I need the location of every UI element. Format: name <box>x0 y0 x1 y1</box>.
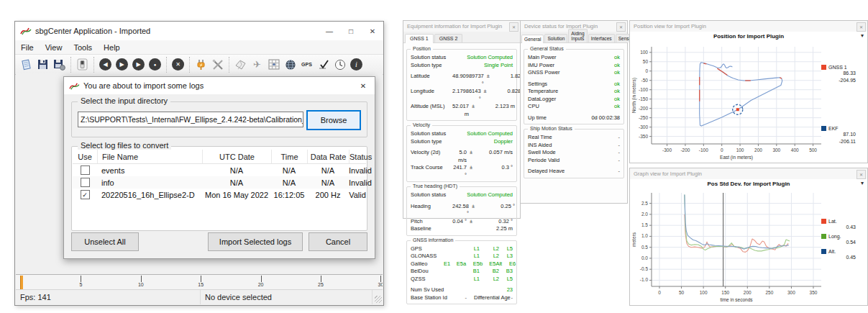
legend-gnss1: GNSS 1 86.33 -204.95 <box>821 65 866 83</box>
timeline-tick-label: 25 <box>318 282 324 287</box>
save-icon[interactable] <box>35 57 51 73</box>
airplane-icon[interactable]: ✈ <box>249 57 265 73</box>
title-bar: sbgCenter Application - Imported — □ ✕ <box>15 22 383 40</box>
position-group: Position Solution statusSolution Compute… <box>406 49 517 121</box>
cancel-button[interactable]: Cancel <box>309 232 367 251</box>
svg-text:-300: -300 <box>639 124 648 130</box>
legend-swatch <box>821 219 826 224</box>
chart-options-caret-icon[interactable]: ▾ <box>861 180 864 186</box>
browse-button[interactable]: Browse <box>306 110 361 130</box>
col-status[interactable]: Status <box>349 150 372 163</box>
directory-input[interactable]: Z:\SUPPORT\Tests\_Internal\FW_Ellipse_2.… <box>78 112 303 127</box>
chart-options-caret-icon[interactable]: ▾ <box>861 32 864 39</box>
panel-close-button[interactable]: ✕ <box>856 22 866 32</box>
window-title: sbgCenter Application - Imported <box>35 27 150 35</box>
utc-date: N/A <box>202 178 271 187</box>
row-checkbox[interactable] <box>81 165 90 175</box>
svg-text:150: 150 <box>721 290 729 295</box>
3d-view-icon[interactable] <box>232 57 249 73</box>
input-directory-group: Select the input directory Z:\SUPPORT\Te… <box>71 101 367 137</box>
tab-solution[interactable]: Solution <box>544 34 567 42</box>
save-as-icon[interactable] <box>51 57 68 73</box>
position-view-panel: Position view for Import Plugin ✕ Positi… <box>629 20 868 163</box>
svg-text:200: 200 <box>754 148 762 153</box>
svg-text:time in seconds: time in seconds <box>720 297 753 302</box>
clock-icon[interactable] <box>332 57 348 73</box>
chart-title: Pos Std Dev. for Import Plugin <box>630 181 867 187</box>
menu-view[interactable]: View <box>40 40 68 54</box>
table-row[interactable]: events N/A N/A N/A Invalid <box>73 164 366 176</box>
tab-interfaces[interactable]: Interfaces <box>588 34 615 42</box>
timeline-ruler[interactable]: 51015202530 <box>16 274 383 290</box>
resize-grip[interactable] <box>375 296 382 303</box>
col-use[interactable]: Use <box>73 150 97 163</box>
device-tabs: General Solution Aiding Inputs Interface… <box>521 32 627 43</box>
unselect-all-button[interactable]: Unselect All <box>71 232 139 251</box>
tab-gnss-2[interactable]: GNSS 2 <box>434 34 463 42</box>
table-row[interactable]: 20220516_16h_Ellipse2-D Mon 16 May 2022 … <box>73 189 366 201</box>
svg-text:0.0: 0.0 <box>641 255 648 260</box>
svg-text:meters: meters <box>631 232 636 247</box>
timeline-tick-label: 20 <box>258 282 264 287</box>
dialog-close-button[interactable]: ✕ <box>352 77 375 94</box>
utc-date: N/A <box>202 166 271 175</box>
svg-text:-300: -300 <box>662 148 672 153</box>
stop-icon[interactable]: ✕ <box>170 57 186 73</box>
svg-text:-0.5: -0.5 <box>640 266 649 271</box>
maximize-button[interactable]: □ <box>340 22 362 40</box>
legend-swatch <box>821 249 826 254</box>
group-label: True heading (HDT) <box>411 183 460 189</box>
globe-icon[interactable] <box>282 57 298 73</box>
map-icon[interactable] <box>265 57 282 73</box>
validate-icon[interactable] <box>315 57 332 73</box>
svg-text:100: 100 <box>700 290 708 295</box>
col-data-rate[interactable]: Data Rate <box>307 150 349 163</box>
svg-text:50: 50 <box>679 290 685 295</box>
tab-aiding-inputs[interactable]: Aiding Inputs <box>568 29 587 42</box>
menu-tools[interactable]: Tools <box>68 40 98 54</box>
connect-icon[interactable] <box>193 57 209 73</box>
timeline-tick <box>81 276 81 282</box>
minimize-button[interactable]: — <box>319 22 340 40</box>
skip-end-icon[interactable]: ▶ <box>130 57 147 73</box>
panel-title: Position view for Import Plugin <box>630 21 867 32</box>
menu-help[interactable]: Help <box>98 40 126 54</box>
svg-text:-1.0: -1.0 <box>640 277 649 282</box>
panel-close-button[interactable]: ✕ <box>856 170 866 179</box>
svg-text:-100: -100 <box>639 87 648 92</box>
close-button[interactable]: ✕ <box>362 22 383 40</box>
position-chart-area: Position for Import Plugin ▾ -300-200-10… <box>630 32 867 163</box>
panel-close-button[interactable]: ✕ <box>509 22 518 32</box>
record-icon[interactable]: ● <box>147 57 163 73</box>
data-rate: 200 Hz <box>307 191 349 199</box>
open-icon[interactable] <box>18 57 35 73</box>
svg-text:East (in meters): East (in meters) <box>720 155 753 160</box>
timeline-tick <box>261 276 262 282</box>
tools-icon[interactable] <box>209 57 226 73</box>
table-row[interactable]: info N/A N/A N/A Invalid <box>73 176 366 189</box>
client-area: You are about to import some logs ✕ Sele… <box>16 73 383 275</box>
svg-text:-350: -350 <box>639 134 648 139</box>
col-file-name[interactable]: File Name <box>97 150 202 163</box>
menu-file[interactable]: File <box>15 40 40 54</box>
panel-close-button[interactable]: ✕ <box>616 22 626 32</box>
timeline-tick-label: 10 <box>138 282 144 287</box>
row-checkbox[interactable] <box>81 178 90 187</box>
ship-motion-status-group: Ship Motion Status Real Time- INS Aided-… <box>524 129 624 178</box>
play-icon[interactable]: ▶ <box>114 57 130 73</box>
import-selected-button[interactable]: Import Selected logs <box>208 232 303 251</box>
col-utc-date[interactable]: UTC Date <box>202 150 271 163</box>
col-time[interactable]: Time <box>271 150 307 163</box>
power-switch-icon[interactable] <box>74 57 91 73</box>
gps-icon[interactable]: GPS <box>298 57 315 73</box>
skip-start-icon[interactable]: ◀ <box>97 57 114 73</box>
stddev-chart-plot[interactable]: 0501001502002503003502.52.01.51.00.50.0-… <box>630 189 867 305</box>
svg-text:-100: -100 <box>699 148 708 153</box>
legend-swatch <box>821 126 826 131</box>
info-icon[interactable]: i <box>348 57 365 73</box>
svg-text:0: 0 <box>721 148 723 153</box>
row-checkbox[interactable] <box>81 190 90 199</box>
timeline-playhead[interactable] <box>20 276 23 289</box>
utc-date: Mon 16 May 2022 <box>202 191 271 199</box>
status-bar: Fps: 141 No device selected <box>16 289 383 304</box>
